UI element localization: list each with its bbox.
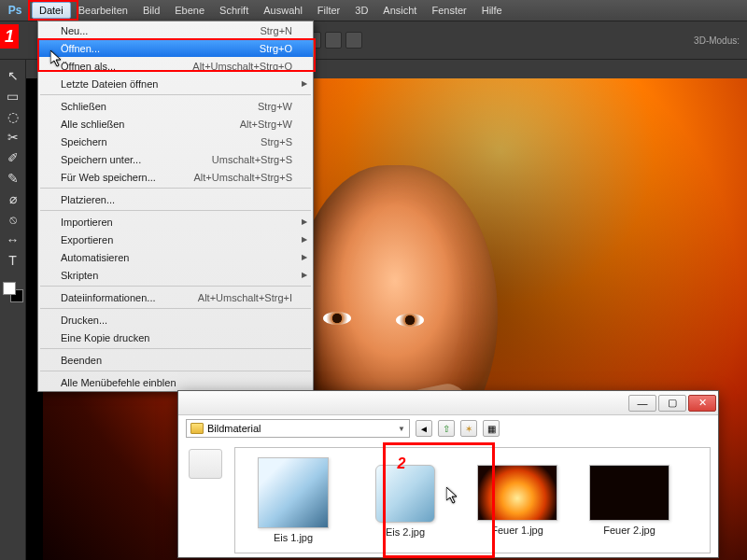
menu-item-label: Öffnen als... <box>61 61 116 72</box>
menu-item-shortcut: Strg+O <box>260 43 292 54</box>
menu-item[interactable]: Eine Kopie drucken <box>38 329 313 346</box>
menu-item-label: Beenden <box>61 355 102 366</box>
tool-button[interactable]: ✐ <box>3 147 23 168</box>
chevron-down-icon[interactable]: ▼ <box>398 425 405 433</box>
color-swatches[interactable] <box>3 282 23 302</box>
file-item[interactable]: Feuer 2.jpg <box>585 457 674 543</box>
minimize-button[interactable]: — <box>628 395 656 412</box>
location-bar: Bildmaterial ▼ ◄ ⇧ ✶ ▦ <box>178 415 718 441</box>
file-name: Eis 2.jpg <box>386 526 425 538</box>
menu-separator <box>40 286 311 287</box>
option-icon[interactable] <box>345 32 362 49</box>
menu-hilfe[interactable]: Hilfe <box>474 2 510 19</box>
annotation-badge-1: 1 <box>0 24 19 49</box>
menu-separator <box>40 371 311 371</box>
menu-item-shortcut: Alt+Strg+W <box>240 119 292 130</box>
menu-datei[interactable]: Datei <box>32 2 71 19</box>
menu-filter[interactable]: Filter <box>310 2 347 19</box>
menu-item[interactable]: SchließenStrg+W <box>38 97 313 115</box>
menu-item-label: Platzieren... <box>61 194 115 205</box>
menu-item-label: Drucken... <box>61 315 107 326</box>
menu-item-label: Speichern unter... <box>61 154 141 165</box>
tool-button[interactable]: ◌ <box>3 106 23 127</box>
menu-item[interactable]: Neu...Strg+N <box>38 21 313 39</box>
menu-auswahl[interactable]: Auswahl <box>256 2 310 19</box>
up-button[interactable]: ⇧ <box>438 420 455 437</box>
menu-item[interactable]: Automatisieren <box>38 248 313 266</box>
menu-item-label: Automatisieren <box>61 252 129 263</box>
new-folder-button[interactable]: ✶ <box>460 420 477 437</box>
file-name: Feuer 1.jpg <box>491 525 543 536</box>
menu-item[interactable]: Alle Menübefehle einblen <box>38 373 313 391</box>
menu-item[interactable]: Importieren <box>38 213 313 231</box>
menu-separator <box>40 188 311 189</box>
view-menu-button[interactable]: ▦ <box>483 420 500 437</box>
menu-3d[interactable]: 3D <box>347 2 375 19</box>
menu-item[interactable]: Für Web speichern...Alt+Umschalt+Strg+S <box>38 168 313 186</box>
menu-item-shortcut: Alt+Umschalt+Strg+S <box>194 172 292 183</box>
menu-item[interactable]: Öffnen...Strg+O <box>38 39 313 57</box>
menu-item-shortcut: Strg+W <box>258 101 292 112</box>
file-thumb <box>589 465 669 521</box>
artwork-eye <box>396 314 424 327</box>
menu-item-label: Alle schließen <box>61 119 124 130</box>
app-logo: Ps <box>2 1 28 20</box>
tool-button[interactable]: ↔ <box>3 230 23 250</box>
menu-separator <box>40 210 311 211</box>
menu-item-shortcut: Umschalt+Strg+S <box>212 154 292 165</box>
file-menu-dropdown: Neu...Strg+NÖffnen...Strg+OÖffnen als...… <box>37 21 314 392</box>
menu-item[interactable]: Letzte Dateien öffnen <box>38 75 313 92</box>
tool-button[interactable]: ↖ <box>3 65 23 86</box>
back-button[interactable]: ◄ <box>416 420 432 437</box>
svg-marker-1 <box>446 487 457 503</box>
menu-item[interactable]: Öffnen als...Alt+Umschalt+Strg+O <box>38 57 313 75</box>
menu-item[interactable]: Beenden <box>38 351 313 369</box>
menu-fenster[interactable]: Fenster <box>424 2 473 19</box>
file-thumb <box>258 457 329 528</box>
tool-button[interactable]: ✎ <box>3 168 23 189</box>
menu-bild[interactable]: Bild <box>135 2 167 19</box>
menu-item[interactable]: Skripten <box>38 266 313 284</box>
option-icon[interactable] <box>325 32 342 49</box>
file-name: Feuer 2.jpg <box>603 525 655 536</box>
file-item[interactable]: Eis 1.jpg <box>248 457 338 543</box>
menu-item[interactable]: Dateiinformationen...Alt+Umschalt+Strg+I <box>38 288 313 306</box>
tool-button[interactable]: T <box>3 250 23 271</box>
menu-item-label: Speichern <box>61 136 107 147</box>
dialog-titlebar[interactable]: — ▢ ✕ <box>178 391 718 415</box>
tool-button[interactable]: ✂ <box>3 127 23 147</box>
menu-item[interactable]: SpeichernStrg+S <box>38 133 313 150</box>
tool-button[interactable]: ⌀ <box>3 189 23 209</box>
tool-button[interactable]: ▭ <box>3 86 23 106</box>
folder-combo[interactable]: Bildmaterial ▼ <box>186 419 410 438</box>
maximize-button[interactable]: ▢ <box>658 395 686 412</box>
menu-ansicht[interactable]: Ansicht <box>375 2 424 19</box>
places-sidebar <box>182 443 229 553</box>
annotation-badge-2: 2 <box>394 454 409 474</box>
tool-strip: ↖▭◌✂✐✎⌀⍉↔T <box>0 60 26 560</box>
menu-item-shortcut: Strg+S <box>261 136 292 147</box>
menu-item-label: Neu... <box>61 25 88 36</box>
file-item[interactable]: Feuer 1.jpg <box>472 457 562 543</box>
menu-separator <box>40 348 311 349</box>
close-button[interactable]: ✕ <box>688 395 716 412</box>
menu-ebene[interactable]: Ebene <box>167 2 212 19</box>
menu-bearbeiten[interactable]: Bearbeiten <box>71 2 135 19</box>
svg-marker-0 <box>50 50 61 66</box>
menu-item-label: Letzte Dateien öffnen <box>61 78 158 90</box>
menu-item-label: Alle Menübefehle einblen <box>61 377 176 388</box>
menu-item[interactable]: Speichern unter...Umschalt+Strg+S <box>38 150 313 168</box>
menu-item-label: Skripten <box>61 270 98 281</box>
folder-name: Bildmaterial <box>207 423 261 434</box>
tool-button[interactable]: ⍉ <box>3 209 23 230</box>
menu-item[interactable]: Drucken... <box>38 311 313 329</box>
menu-schrift[interactable]: Schrift <box>212 2 256 19</box>
menu-item-label: Eine Kopie drucken <box>61 332 149 343</box>
place-icon[interactable] <box>189 449 222 479</box>
menu-item-label: Schließen <box>61 101 106 112</box>
menu-item[interactable]: Exportieren <box>38 231 313 248</box>
menu-item[interactable]: Alle schließenAlt+Strg+W <box>38 115 313 133</box>
menu-item[interactable]: Platzieren... <box>38 190 313 208</box>
foreground-color[interactable] <box>3 282 16 295</box>
file-list[interactable]: Eis 1.jpgEis 2.jpgFeuer 1.jpgFeuer 2.jpg <box>234 447 711 553</box>
